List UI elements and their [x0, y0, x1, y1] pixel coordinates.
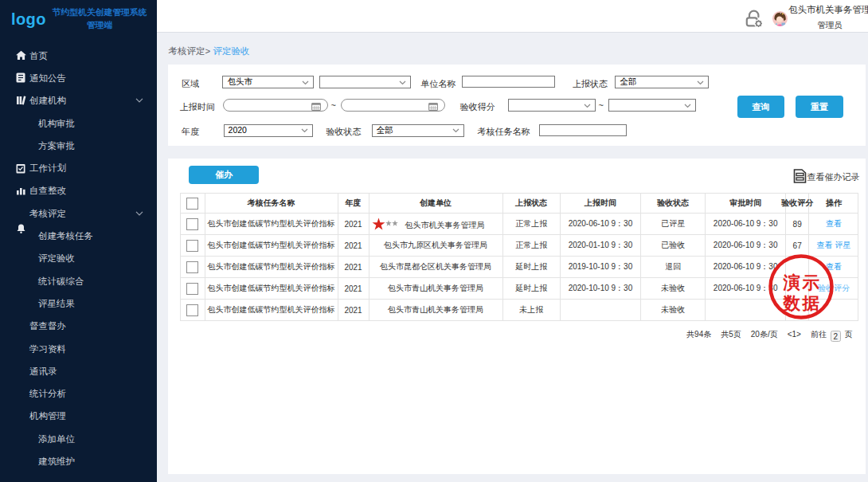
svg-text:演示: 演示 [783, 273, 822, 292]
svg-text:数据: 数据 [783, 294, 822, 313]
